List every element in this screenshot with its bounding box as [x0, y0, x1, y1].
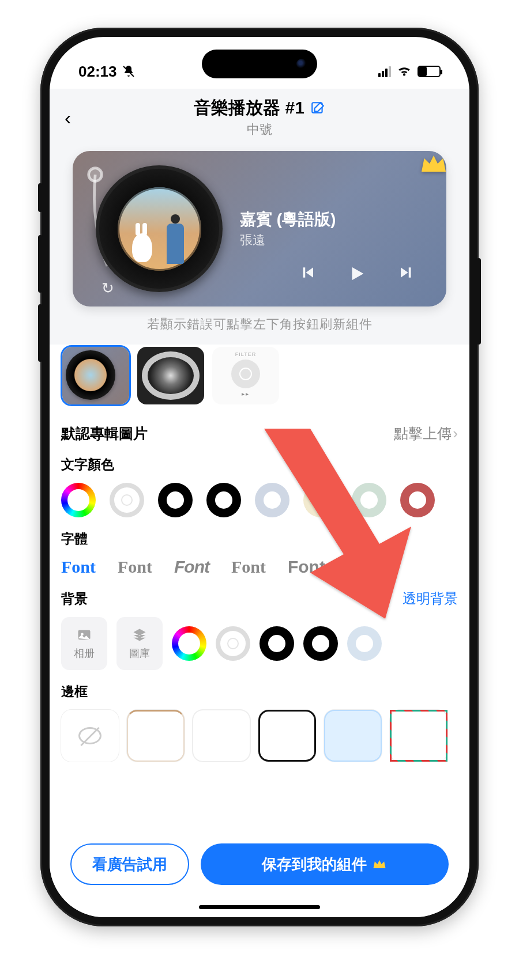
status-time: 02:13	[78, 63, 117, 81]
border-ornate[interactable]	[193, 710, 250, 762]
bg-library-button[interactable]: 圖庫	[116, 617, 163, 670]
chevron-right-icon: ›	[453, 425, 458, 442]
trial-button[interactable]: 看廣告試用	[70, 843, 189, 885]
save-button[interactable]: 保存到我的組件	[201, 843, 449, 885]
color-red[interactable]	[400, 483, 435, 517]
background-label: 背景	[61, 590, 88, 608]
home-indicator	[199, 905, 320, 909]
album-image-row[interactable]: 默認專輯圖片 點擊上傳 ›	[61, 424, 458, 443]
font-option-2[interactable]: Font	[118, 557, 152, 577]
font-label: 字體	[61, 530, 458, 548]
font-option-3[interactable]: Font	[174, 557, 209, 577]
color-picker-button[interactable]	[61, 483, 96, 517]
border-solid[interactable]	[258, 710, 316, 762]
font-option-5[interactable]: Font	[288, 557, 325, 577]
border-picker	[61, 710, 458, 762]
color-black-2[interactable]	[206, 483, 241, 517]
color-sage[interactable]	[352, 483, 386, 517]
border-wavy[interactable]	[127, 710, 185, 762]
refresh-hint: 若顯示錯誤可點擊左下角按鈕刷新組件	[50, 316, 469, 333]
widget-preview: ↻ 嘉賓 (粵語版) 張遠	[73, 151, 446, 307]
edit-icon[interactable]	[310, 101, 325, 116]
background-picker: 相册 圖庫	[61, 617, 458, 670]
settings-content: FILTER ▸▸ 默認專輯圖片 點擊上傳 › 文字顏色	[50, 345, 469, 917]
crown-icon	[418, 151, 446, 180]
bg-white[interactable]	[216, 626, 250, 661]
border-blue[interactable]	[324, 710, 382, 762]
battery-icon	[418, 66, 441, 77]
cellular-icon	[378, 66, 391, 77]
back-button[interactable]: ‹	[65, 108, 71, 127]
bg-photo-button[interactable]: 相册	[61, 617, 107, 670]
border-none[interactable]	[61, 710, 119, 762]
bg-lightblue[interactable]	[347, 626, 382, 661]
skin-option-1[interactable]	[62, 347, 129, 404]
screen: 02:13 ‹ 音樂播放器 #1 中號	[50, 37, 469, 917]
photo-icon	[76, 627, 92, 643]
font-option-4[interactable]: Font	[231, 557, 266, 577]
next-button[interactable]	[398, 264, 415, 286]
phone-frame: 02:13 ‹ 音樂播放器 #1 中號	[40, 28, 479, 926]
bg-color-picker[interactable]	[172, 626, 206, 661]
page-title: 音樂播放器 #1	[194, 96, 304, 120]
silent-mode-icon	[122, 65, 136, 78]
bg-black-2[interactable]	[303, 626, 338, 661]
refresh-button[interactable]: ↻	[101, 279, 114, 297]
border-label: 邊框	[61, 683, 458, 701]
footer-actions: 看廣告試用 保存到我的組件	[50, 843, 469, 885]
color-blue-grey[interactable]	[255, 483, 289, 517]
library-icon	[131, 627, 148, 643]
side-button	[476, 258, 481, 345]
play-button[interactable]	[347, 264, 367, 286]
prev-button[interactable]	[299, 264, 316, 286]
track-artist: 張遠	[240, 232, 336, 249]
bg-black[interactable]	[260, 626, 294, 661]
page-subtitle: 中號	[194, 121, 325, 138]
skin-option-3[interactable]: FILTER ▸▸	[212, 347, 279, 404]
header-area: ‹ 音樂播放器 #1 中號 ↻	[50, 89, 469, 345]
album-art	[118, 187, 201, 271]
track-title: 嘉賓 (粵語版)	[240, 209, 336, 230]
font-option-1[interactable]: Font	[61, 557, 96, 577]
wifi-icon	[397, 66, 412, 77]
color-white[interactable]	[110, 483, 144, 517]
side-button	[38, 304, 43, 362]
border-candy[interactable]	[390, 710, 447, 762]
dynamic-island	[202, 50, 317, 78]
side-button	[38, 183, 43, 212]
font-picker: Font Font Font Font Font	[61, 557, 458, 577]
skin-selector: FILTER ▸▸	[61, 345, 458, 411]
vinyl-disc	[96, 165, 223, 292]
album-action: 點擊上傳	[394, 424, 452, 443]
skin-option-2[interactable]	[137, 347, 204, 404]
album-label: 默認專輯圖片	[61, 424, 148, 443]
side-button	[38, 235, 43, 293]
crown-icon	[371, 856, 388, 872]
color-cream[interactable]	[303, 483, 338, 517]
color-black[interactable]	[158, 483, 193, 517]
text-color-picker	[61, 483, 458, 517]
text-color-label: 文字顏色	[61, 456, 458, 474]
transparent-bg-link[interactable]: 透明背景	[403, 589, 458, 608]
